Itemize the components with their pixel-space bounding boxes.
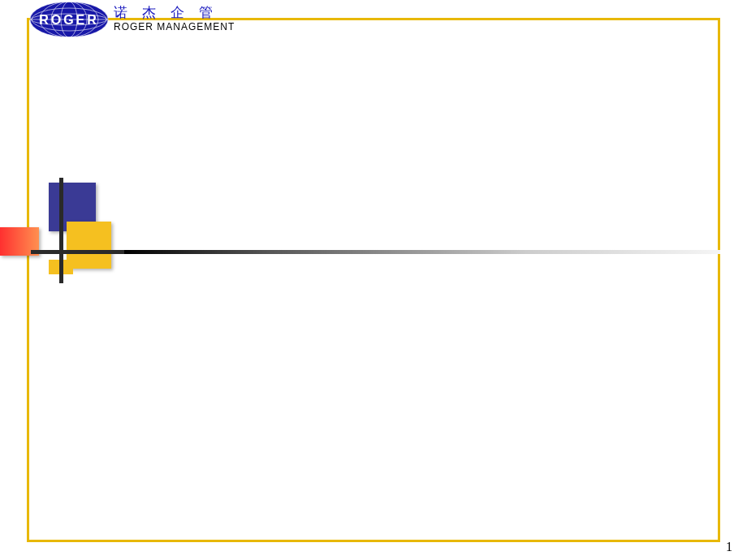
horizontal-divider <box>73 250 720 254</box>
yellow-block-large <box>67 222 111 269</box>
cross-vertical <box>59 178 63 283</box>
slide-border <box>27 18 720 542</box>
page-number: 1 <box>726 540 732 554</box>
globe-icon: ROGER <box>28 0 110 39</box>
company-logo: ROGER <box>28 0 110 41</box>
decorative-graphic <box>0 183 130 288</box>
header-title-chinese: 诺杰企管 <box>114 3 227 22</box>
svg-text:ROGER: ROGER <box>39 13 99 27</box>
header-title-english: ROGER MANAGEMENT <box>114 21 235 32</box>
cross-horizontal <box>31 250 124 254</box>
